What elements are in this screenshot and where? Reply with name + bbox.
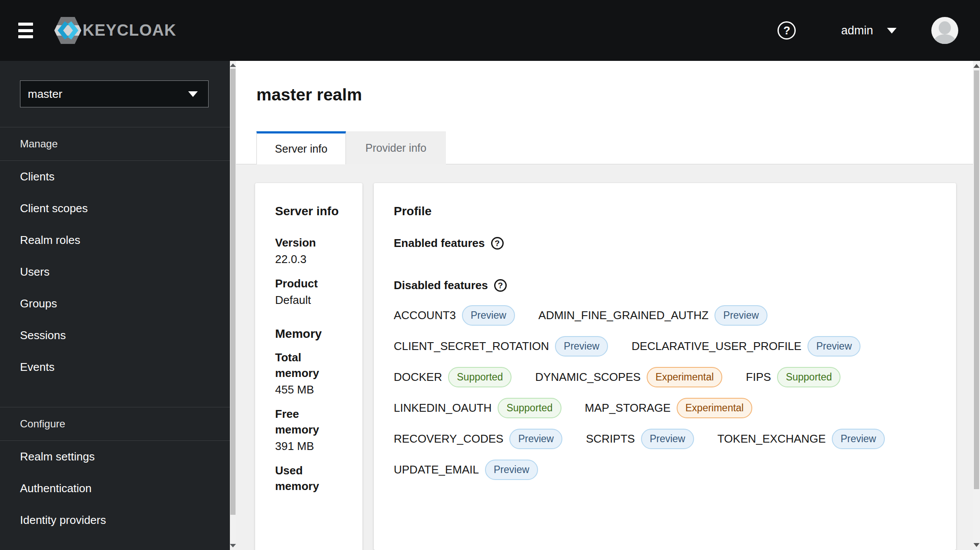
feature-name: DYNAMIC_SCOPES (535, 370, 641, 384)
user-menu-dropdown[interactable]: admin (841, 24, 897, 37)
feature-badge-supported: Supported (777, 367, 840, 387)
memory-section-title: Memory (275, 327, 342, 341)
feature-badge-supported: Supported (448, 367, 512, 387)
chevron-down-icon (887, 28, 897, 33)
profile-card: Profile Enabled features ? Disabled feat… (374, 183, 956, 550)
feature-name: ADMIN_FINE_GRAINED_AUTHZ (538, 309, 709, 322)
feature-name: UPDATE_EMAIL (394, 463, 479, 477)
scroll-up-icon[interactable] (230, 63, 236, 67)
field-value: 391 MB (275, 438, 342, 454)
sidebar-item-realm-roles[interactable]: Realm roles (0, 224, 230, 256)
help-icon[interactable]: ? (777, 21, 796, 40)
field-label: Version (275, 235, 342, 250)
scroll-down-icon[interactable] (973, 543, 980, 547)
feature-badge-preview: Preview (485, 460, 538, 480)
feature-item: ACCOUNT3Preview (394, 305, 515, 326)
field-label: Total memory (275, 350, 342, 381)
sidebar-item-events[interactable]: Events (0, 351, 230, 383)
feature-badge-experimental: Experimental (647, 367, 722, 387)
feature-name: LINKEDIN_OAUTH (394, 401, 492, 415)
sidebar-scrollbar-thumb[interactable] (230, 69, 236, 515)
feature-item: DOCKERSupported (394, 367, 512, 387)
field-value: Default (275, 292, 342, 308)
scroll-up-icon[interactable] (973, 64, 980, 68)
feature-badge-preview: Preview (832, 429, 885, 449)
field-label: Free memory (275, 406, 342, 437)
keycloak-hexagon-icon (54, 15, 82, 46)
realm-selector-dropdown[interactable]: master (20, 80, 209, 107)
sidebar-item-identity-providers[interactable]: Identity providers (0, 504, 230, 536)
server-info-card: Server info Version22.0.3ProductDefault … (255, 183, 362, 550)
brand-text: KEYCLOAK (83, 21, 176, 40)
sidebar-nav: master ManageClientsClient scopesRealm r… (0, 61, 230, 550)
tab-bar: Server info Provider info (256, 131, 446, 164)
chevron-down-icon (188, 91, 198, 97)
field-value: 455 MB (275, 382, 342, 397)
keycloak-admin-console: KEYCLOAK ? admin master ManageClientsCli… (0, 0, 980, 550)
nav-section-header: Manage (0, 127, 230, 161)
tab-server-info[interactable]: Server info (256, 131, 346, 164)
sidebar-item-client-scopes[interactable]: Client scopes (0, 193, 230, 224)
feature-item: DYNAMIC_SCOPESExperimental (535, 367, 722, 387)
main-area: master realm Server info Provider info S… (236, 61, 973, 550)
sidebar-item-users[interactable]: Users (0, 256, 230, 288)
profile-card-title: Profile (394, 203, 936, 219)
sidebar-item-authentication[interactable]: Authentication (0, 473, 230, 504)
feature-item: FIPSSupported (746, 367, 840, 387)
feature-name: DECLARATIVE_USER_PROFILE (631, 340, 801, 353)
feature-item: LINKEDIN_OAUTHSupported (394, 398, 561, 418)
nav-section-header: Configure (0, 407, 230, 441)
nav-section-manage: ManageClientsClient scopesRealm rolesUse… (0, 127, 230, 383)
sidebar-item-clients[interactable]: Clients (0, 161, 230, 193)
feature-badge-preview: Preview (641, 429, 694, 449)
sidebar-item-realm-settings[interactable]: Realm settings (0, 441, 230, 473)
feature-badge-preview: Preview (462, 305, 515, 326)
feature-item: RECOVERY_CODESPreview (394, 429, 562, 449)
avatar[interactable] (931, 17, 958, 44)
user-name: admin (841, 24, 873, 37)
help-icon[interactable]: ? (491, 237, 504, 250)
sidebar-scrollbar[interactable] (230, 61, 236, 550)
content-area: Server info Version22.0.3ProductDefault … (236, 164, 973, 550)
feature-name: MAP_STORAGE (585, 401, 671, 415)
disabled-features-label: Disabled features ? (394, 279, 936, 292)
scroll-down-icon[interactable] (230, 544, 236, 547)
feature-item: DECLARATIVE_USER_PROFILEPreview (631, 336, 860, 357)
hamburger-menu-icon[interactable] (18, 23, 33, 38)
sidebar-item-sessions[interactable]: Sessions (0, 320, 230, 351)
realm-selector-value: master (28, 87, 62, 101)
feature-name: FIPS (746, 370, 771, 384)
feature-item: MAP_STORAGEExperimental (585, 398, 753, 418)
realm-selector-area: master (0, 61, 230, 127)
feature-badge-preview: Preview (714, 305, 767, 326)
feature-name: RECOVERY_CODES (394, 432, 503, 446)
feature-item: UPDATE_EMAILPreview (394, 460, 538, 480)
feature-name: SCRIPTS (586, 432, 635, 446)
feature-item: SCRIPTSPreview (586, 429, 694, 449)
page-scrollbar-thumb[interactable] (974, 70, 979, 489)
feature-name: CLIENT_SECRET_ROTATION (394, 340, 549, 353)
feature-item: TOKEN_EXCHANGEPreview (718, 429, 885, 449)
feature-name: ACCOUNT3 (394, 309, 456, 322)
nav-section-configure: ConfigureRealm settingsAuthenticationIde… (0, 407, 230, 536)
field-label: Used memory (275, 463, 342, 494)
feature-badge-supported: Supported (498, 398, 561, 418)
enabled-features-label: Enabled features ? (394, 237, 936, 250)
page-title: master realm (256, 85, 362, 104)
feature-badge-experimental: Experimental (677, 398, 752, 418)
feature-item: CLIENT_SECRET_ROTATIONPreview (394, 336, 608, 357)
top-bar: KEYCLOAK ? admin (0, 0, 980, 61)
help-icon[interactable]: ? (494, 279, 507, 292)
feature-badge-preview: Preview (509, 429, 562, 449)
page-scrollbar[interactable] (973, 61, 980, 550)
sidebar-item-groups[interactable]: Groups (0, 288, 230, 320)
field-value: 22.0.3 (275, 251, 342, 267)
tab-provider-info[interactable]: Provider info (346, 131, 446, 164)
feature-name: DOCKER (394, 370, 442, 384)
field-label: Product (275, 276, 342, 291)
page-header: master realm Server info Provider info (236, 61, 973, 164)
feature-badge-preview: Preview (555, 336, 608, 357)
feature-badge-preview: Preview (807, 336, 860, 357)
keycloak-logo[interactable]: KEYCLOAK (54, 15, 176, 46)
feature-name: TOKEN_EXCHANGE (718, 432, 826, 446)
